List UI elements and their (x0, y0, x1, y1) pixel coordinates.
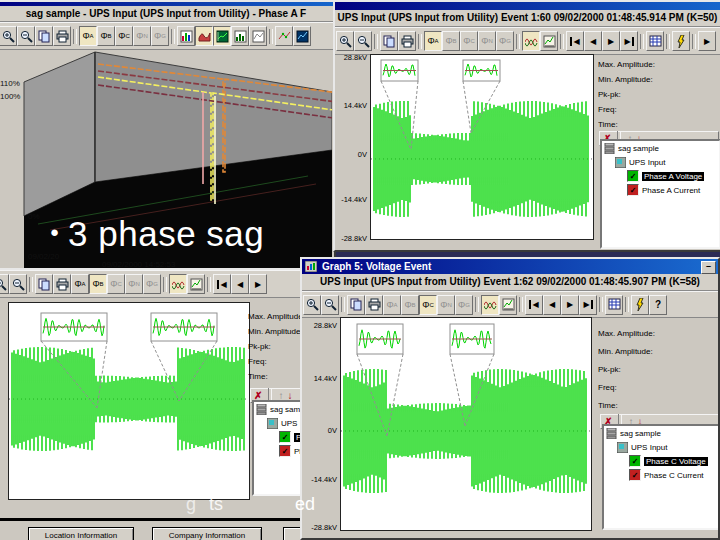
tree-device[interactable]: UPS Input (602, 155, 719, 169)
first-icon[interactable]: ◀ (525, 295, 543, 315)
copy-icon[interactable] (347, 295, 365, 315)
tree-device[interactable]: UPS Input (604, 440, 720, 454)
zoom-out-icon[interactable] (354, 31, 372, 51)
first-icon[interactable]: ◀ (213, 274, 231, 294)
wave-icon[interactable] (481, 295, 499, 315)
wave-icon[interactable] (522, 31, 540, 51)
chist-icon[interactable] (231, 26, 249, 46)
cline-icon[interactable] (275, 26, 293, 46)
phase-c-button[interactable]: ΦC (107, 274, 125, 294)
tree-channel[interactable]: ✓Phase B Current (254, 444, 302, 458)
cbars-icon[interactable] (177, 26, 195, 46)
tree-channel[interactable]: ✓Phase A Voltage (602, 169, 719, 183)
phase-b-button[interactable]: ΦB (97, 26, 115, 46)
print-icon[interactable] (365, 295, 383, 315)
print-icon[interactable] (53, 26, 71, 46)
channel-checkbox-red[interactable]: ✓ (627, 184, 639, 196)
next-icon[interactable]: ▶ (249, 274, 267, 294)
measurement-label: Pk-pk: (598, 90, 621, 99)
last-icon[interactable]: ▶ (579, 295, 597, 315)
tree-root[interactable]: sag sample (602, 141, 719, 155)
toolbar-separator (171, 29, 175, 44)
phase-g-button[interactable]: ΦG (143, 274, 161, 294)
phase-g-button[interactable]: ΦG (455, 295, 473, 315)
phase-c-button[interactable]: ΦC (115, 26, 133, 46)
copy-icon[interactable] (35, 26, 53, 46)
title-bar[interactable] (335, 2, 720, 10)
phase-n-button[interactable]: ΦN (437, 295, 455, 315)
zoom-in-icon[interactable] (336, 31, 354, 51)
channel-checkbox-red[interactable]: ✓ (629, 469, 641, 481)
phase-b-button[interactable]: ΦB (89, 274, 107, 294)
zoom-in-icon[interactable] (0, 26, 17, 46)
tree-channel[interactable]: ✓Phase C Voltage (604, 454, 720, 468)
zoom-in-icon[interactable] (303, 295, 321, 315)
tree-channel[interactable]: ✓Phase B Voltage (254, 430, 302, 444)
toolbar-separator (374, 34, 378, 49)
w3d-icon[interactable] (187, 274, 205, 294)
csurf-icon[interactable] (195, 26, 213, 46)
y-axis-tick-label: 14.4kV (344, 101, 367, 110)
next-icon[interactable]: ▶ (602, 31, 620, 51)
phase-a-button[interactable]: ΦA (71, 274, 89, 294)
c3db-icon[interactable] (293, 26, 311, 46)
print-icon[interactable] (398, 31, 416, 51)
phase-g-button[interactable]: ΦG (151, 26, 169, 46)
wave-icon[interactable] (169, 274, 187, 294)
phase-a-button[interactable]: ΦA (383, 295, 401, 315)
next-icon[interactable]: ▶ (561, 295, 579, 315)
phase-n-button[interactable]: ΦN (478, 31, 496, 51)
prev-icon[interactable]: ◀ (584, 31, 602, 51)
prev-icon[interactable]: ◀ (543, 295, 561, 315)
phase-n-button[interactable]: ΦN (125, 274, 143, 294)
window-graph5-voltage-event: Graph 5: Voltage Event – UPS Input (UPS … (300, 257, 720, 540)
channel-checkbox-green[interactable]: ✓ (629, 455, 641, 467)
zoom-out-icon[interactable] (9, 274, 27, 294)
channel-checkbox-red[interactable]: ✓ (279, 445, 291, 457)
device-icon (617, 442, 628, 453)
c3d-icon[interactable] (213, 26, 231, 46)
w3d-icon[interactable] (499, 295, 517, 315)
window-icon (305, 261, 317, 272)
tree-root[interactable]: sag sample (254, 402, 302, 416)
flash-icon[interactable] (631, 295, 649, 315)
channel-checkbox-green[interactable]: ✓ (627, 170, 639, 182)
w3d-icon[interactable] (540, 31, 558, 51)
toolbar-separator (475, 297, 479, 312)
prev-icon[interactable]: ◀ (231, 274, 249, 294)
next-icon[interactable]: ▶ (698, 31, 716, 51)
company-information-button[interactable]: Company Information (152, 527, 262, 540)
last-icon[interactable]: ▶ (620, 31, 638, 51)
zoom-out-icon[interactable] (321, 295, 339, 315)
title-bar[interactable]: Graph 5: Voltage Event – (302, 259, 718, 274)
first-icon[interactable]: ◀ (566, 31, 584, 51)
copy-icon[interactable] (35, 274, 53, 294)
measurement-label: Max. Amplitude: (598, 60, 655, 69)
toolbar-separator (692, 34, 696, 49)
phase-c-button[interactable]: ΦC (460, 31, 478, 51)
flash-icon[interactable] (672, 31, 690, 51)
phase-b-button[interactable]: ΦB (442, 31, 460, 51)
grid-icon[interactable] (605, 295, 623, 315)
phase-n-button[interactable]: ΦN (133, 26, 151, 46)
phase-a-button[interactable]: ΦA (79, 26, 97, 46)
carea-icon[interactable] (249, 26, 267, 46)
tree-channel[interactable]: ✓Phase A Current (602, 183, 719, 197)
tree-device[interactable]: UPS Input (254, 416, 302, 430)
minimize-button[interactable]: – (701, 261, 716, 274)
zoom-in-icon[interactable] (0, 274, 9, 294)
grid-icon[interactable] (646, 31, 664, 51)
location-information-button[interactable]: Location Information (28, 527, 134, 540)
phase-b-button[interactable]: ΦB (401, 295, 419, 315)
tree-channel[interactable]: ✓Phase C Current (604, 468, 720, 482)
phase-g-button[interactable]: ΦG (496, 31, 514, 51)
channel-tree: sag sampleUPS Input✓Phase B Voltage✓Phas… (252, 400, 302, 496)
zoom-out-icon[interactable] (17, 26, 35, 46)
help-icon[interactable]: ? (649, 295, 667, 315)
phase-a-button[interactable]: ΦA (424, 31, 442, 51)
copy-icon[interactable] (380, 31, 398, 51)
channel-checkbox-green[interactable]: ✓ (279, 431, 291, 443)
print-icon[interactable] (53, 274, 71, 294)
phase-c-button[interactable]: ΦC (419, 295, 437, 315)
tree-root[interactable]: sag sample (604, 426, 720, 440)
